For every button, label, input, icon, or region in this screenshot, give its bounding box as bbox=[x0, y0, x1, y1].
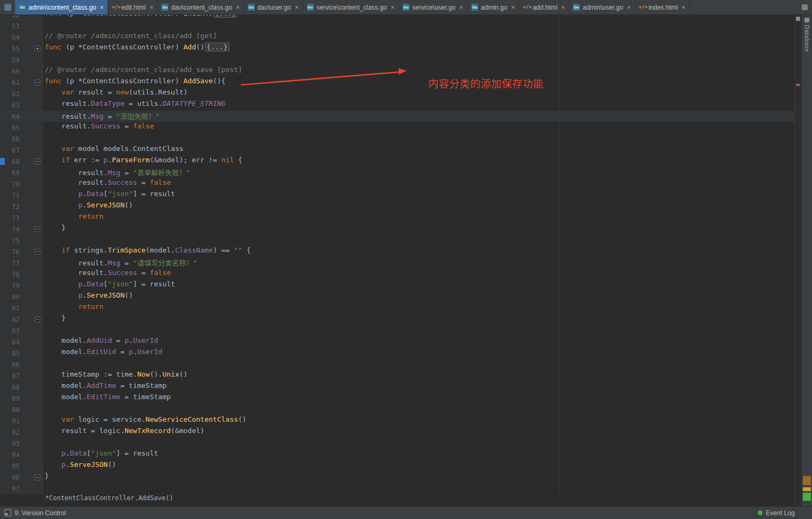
code-line[interactable]: 69 result.Msg = "表单解析失败！" bbox=[0, 167, 794, 178]
code-line[interactable]: 64 result.Msg = "添加失败！" bbox=[0, 111, 794, 122]
code-line[interactable]: 94 p.Data["json"] = result bbox=[0, 449, 794, 460]
fold-toggle-icon[interactable]: − bbox=[34, 474, 40, 480]
editor-tab[interactable]: Goservice\content_class.go× bbox=[303, 0, 399, 15]
line-gutter[interactable]: 87 bbox=[0, 370, 43, 381]
tab-close-icon[interactable]: × bbox=[627, 4, 631, 11]
analysis-status-icon[interactable] bbox=[796, 17, 800, 21]
line-gutter[interactable]: 73 bbox=[0, 212, 43, 224]
line-gutter[interactable]: 85 bbox=[0, 348, 43, 359]
code-line[interactable]: 92 result = logic.NewTxRecord(&model) bbox=[0, 427, 794, 438]
line-gutter[interactable]: 72 bbox=[0, 201, 43, 212]
line-gutter[interactable]: 59 bbox=[0, 54, 43, 66]
line-gutter[interactable]: 93 bbox=[0, 438, 43, 449]
line-gutter[interactable]: 76− bbox=[0, 246, 43, 257]
version-control-label[interactable]: 9: Version Control bbox=[15, 509, 66, 517]
line-gutter[interactable]: 66 bbox=[0, 133, 43, 145]
line-gutter[interactable]: 60 bbox=[0, 66, 43, 77]
code-line[interactable]: 91 var logic = service.NewServiceContent… bbox=[0, 415, 794, 427]
line-gutter[interactable]: 90 bbox=[0, 404, 43, 415]
fold-toggle-icon[interactable]: − bbox=[34, 80, 40, 85]
line-gutter[interactable]: 53 bbox=[0, 20, 43, 32]
line-gutter[interactable]: 68− bbox=[0, 156, 43, 167]
editor-tab[interactable]: </>index.html× bbox=[635, 0, 690, 15]
tab-close-icon[interactable]: × bbox=[681, 4, 685, 11]
line-gutter[interactable]: 74− bbox=[0, 224, 43, 235]
line-gutter[interactable]: 91 bbox=[0, 415, 43, 427]
database-tool-button[interactable]: Database bbox=[802, 18, 812, 52]
line-gutter[interactable]: 62 bbox=[0, 88, 43, 99]
line-gutter[interactable]: 70 bbox=[0, 178, 43, 190]
code-line[interactable]: 74− } bbox=[0, 224, 794, 235]
code-line[interactable]: 86 bbox=[0, 359, 794, 370]
editor-tab[interactable]: Goadmin\content_class.go× bbox=[15, 0, 108, 15]
line-gutter[interactable]: 89 bbox=[0, 393, 43, 404]
code-line[interactable]: 53 bbox=[0, 20, 794, 32]
line-gutter[interactable]: 71 bbox=[0, 190, 43, 201]
code-line[interactable]: 55+func (p *ContentClassController) Add(… bbox=[0, 43, 794, 54]
line-gutter[interactable]: 92 bbox=[0, 427, 43, 438]
stripe-mark-warning-small[interactable] bbox=[803, 487, 811, 491]
line-gutter[interactable]: 97 bbox=[0, 483, 43, 494]
code-line[interactable]: 89 model.EditTime = timeStamp bbox=[0, 393, 794, 404]
tab-close-icon[interactable]: × bbox=[295, 4, 299, 11]
code-line[interactable]: 62 var result = new(utils.Result) bbox=[0, 88, 794, 99]
editor-tab[interactable]: Godao\user.go× bbox=[244, 0, 303, 15]
code-line[interactable]: 70 result.Success = false bbox=[0, 178, 794, 190]
stripe-mark-warning[interactable] bbox=[803, 476, 811, 485]
code-line[interactable]: 80 p.ServeJSON() bbox=[0, 291, 794, 302]
line-gutter[interactable]: 52 bbox=[0, 15, 43, 20]
line-gutter[interactable]: 86 bbox=[0, 359, 43, 370]
line-gutter[interactable]: 81 bbox=[0, 302, 43, 314]
code-line[interactable]: 71 p.Data["json"] = result bbox=[0, 190, 794, 201]
line-gutter[interactable]: 83 bbox=[0, 325, 43, 336]
line-gutter[interactable]: 67 bbox=[0, 145, 43, 156]
line-gutter[interactable]: 94 bbox=[0, 449, 43, 460]
code-line[interactable]: 87 timeStamp := time.Now().Unix() bbox=[0, 370, 794, 381]
code-editor[interactable]: 52func (p *ContentClassController) Index… bbox=[0, 15, 794, 506]
tab-close-icon[interactable]: × bbox=[236, 4, 240, 11]
code-line[interactable]: 95 p.ServeJSON() bbox=[0, 460, 794, 472]
editor-tab[interactable]: Goservice\user.go× bbox=[399, 0, 468, 15]
tab-bar-corner-icon[interactable] bbox=[802, 4, 808, 10]
line-gutter[interactable]: 61− bbox=[0, 77, 43, 88]
fold-toggle-icon[interactable]: − bbox=[34, 158, 40, 164]
fold-toggle-icon[interactable]: − bbox=[34, 226, 40, 232]
code-line[interactable]: 93 bbox=[0, 438, 794, 449]
editor-tab[interactable]: Goadmin.go× bbox=[468, 0, 519, 15]
fold-toggle-icon[interactable]: − bbox=[34, 249, 40, 255]
fold-toggle-icon[interactable]: − bbox=[34, 316, 40, 322]
line-gutter[interactable]: 69 bbox=[0, 167, 43, 178]
code-line[interactable]: 60// @router /admin/content_class/add_sa… bbox=[0, 66, 794, 77]
tab-close-icon[interactable]: × bbox=[391, 4, 394, 11]
code-line[interactable]: 73 return bbox=[0, 212, 794, 224]
line-gutter[interactable]: 64 bbox=[0, 111, 43, 122]
tab-close-icon[interactable]: × bbox=[561, 4, 565, 11]
status-bar-right[interactable]: Event Log bbox=[758, 509, 795, 517]
line-gutter[interactable]: 63 bbox=[0, 99, 43, 111]
code-line[interactable]: 75 bbox=[0, 235, 794, 246]
line-gutter[interactable]: 88 bbox=[0, 381, 43, 393]
line-gutter[interactable]: 80 bbox=[0, 291, 43, 302]
line-gutter[interactable]: 82− bbox=[0, 314, 43, 325]
line-gutter[interactable]: 77 bbox=[0, 257, 43, 269]
tab-close-icon[interactable]: × bbox=[511, 4, 515, 11]
status-bar-left[interactable]: 9: Version Control bbox=[4, 509, 66, 517]
code-line[interactable]: 78 result.Success = false bbox=[0, 269, 794, 280]
code-line[interactable]: 68− if err := p.ParseForm(&model); err !… bbox=[0, 156, 794, 167]
tab-close-icon[interactable]: × bbox=[459, 4, 463, 11]
line-gutter[interactable]: 78 bbox=[0, 269, 43, 280]
code-line[interactable]: 66 bbox=[0, 133, 794, 145]
code-line[interactable]: 88 model.AddTime = timeStamp bbox=[0, 381, 794, 393]
line-gutter[interactable]: 84 bbox=[0, 336, 43, 348]
event-log-label[interactable]: Event Log bbox=[766, 509, 795, 517]
line-gutter[interactable]: 96− bbox=[0, 472, 43, 483]
code-line[interactable]: 82− } bbox=[0, 314, 794, 325]
code-line[interactable]: 67 var model models.ContentClass bbox=[0, 145, 794, 156]
code-line[interactable]: 76− if strings.TrimSpace(model.ClassName… bbox=[0, 246, 794, 257]
editor-tab[interactable]: </>edit.html× bbox=[108, 0, 157, 15]
code-line[interactable]: 65 result.Success = false bbox=[0, 122, 794, 133]
line-gutter[interactable]: 75 bbox=[0, 235, 43, 246]
editor-tab[interactable]: </>add.html× bbox=[519, 0, 569, 15]
tool-window-switcher-icon[interactable] bbox=[4, 509, 11, 516]
tab-close-icon[interactable]: × bbox=[100, 4, 104, 11]
